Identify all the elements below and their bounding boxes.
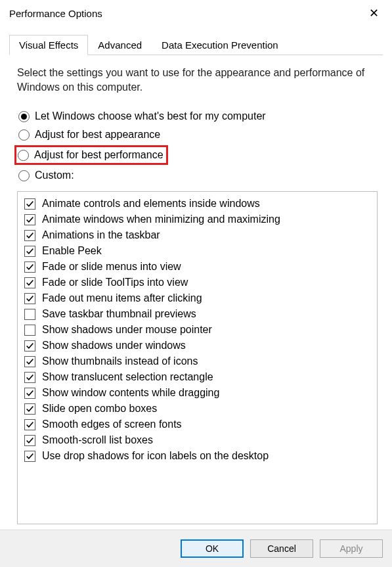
option-row[interactable]: Fade out menu items after clicking: [23, 290, 372, 306]
option-label: Show shadows under windows: [42, 340, 186, 352]
checkbox-icon: [24, 340, 35, 352]
option-row[interactable]: Save taskbar thumbnail previews: [23, 306, 372, 322]
radio-custom[interactable]: Custom:: [17, 166, 378, 185]
apply-button: Apply: [320, 539, 383, 558]
cancel-button[interactable]: Cancel: [250, 539, 313, 558]
radio-best-performance-wrapper: Adjust for best performance: [17, 144, 378, 166]
checkbox-icon: [24, 214, 35, 225]
option-row[interactable]: Smooth edges of screen fonts: [23, 417, 372, 432]
checkbox-icon: [24, 435, 35, 446]
tab-dep[interactable]: Data Execution Prevention: [152, 35, 288, 55]
radio-let-windows-choose[interactable]: Let Windows choose what's best for my co…: [17, 107, 378, 125]
option-row[interactable]: Show thumbnails instead of icons: [23, 353, 372, 369]
option-row[interactable]: Show window contents while dragging: [23, 385, 372, 401]
tab-row: Visual Effects Advanced Data Execution P…: [9, 34, 383, 55]
radio-label: Custom:: [35, 170, 74, 181]
option-label: Smooth-scroll list boxes: [42, 434, 153, 446]
close-button[interactable]: ✕: [362, 3, 385, 23]
option-row[interactable]: Animate windows when minimizing and maxi…: [23, 212, 372, 227]
tab-advanced[interactable]: Advanced: [88, 35, 152, 55]
titlebar: Performance Options ✕: [0, 0, 392, 26]
option-label: Animate controls and elements inside win…: [42, 198, 260, 210]
option-label: Show shadows under mouse pointer: [42, 324, 212, 336]
option-label: Fade or slide ToolTips into view: [42, 277, 188, 288]
highlight-box: Adjust for best performance: [14, 145, 168, 165]
tab-content: Select the settings you want to use for …: [0, 55, 392, 530]
checkbox-icon: [24, 230, 35, 241]
option-label: Slide open combo boxes: [42, 403, 157, 415]
checkbox-icon: [24, 388, 35, 399]
option-label: Show window contents while dragging: [42, 387, 219, 399]
option-label: Show translucent selection rectangle: [42, 371, 213, 383]
checkbox-icon: [24, 309, 35, 320]
description-text: Select the settings you want to use for …: [17, 66, 378, 94]
option-row[interactable]: Show shadows under mouse pointer: [23, 322, 372, 338]
option-row[interactable]: Use drop shadows for icon labels on the …: [23, 448, 372, 464]
option-label: Use drop shadows for icon labels on the …: [42, 450, 269, 462]
button-label: OK: [206, 543, 219, 554]
tab-visual-effects[interactable]: Visual Effects: [9, 35, 88, 55]
radio-label: Let Windows choose what's best for my co…: [35, 110, 266, 122]
radio-icon[interactable]: [18, 150, 29, 161]
performance-options-window: Performance Options ✕ Visual Effects Adv…: [0, 0, 392, 567]
dialog-buttons: OK Cancel Apply: [0, 530, 392, 567]
window-title: Performance Options: [9, 8, 102, 19]
option-label: Smooth edges of screen fonts: [42, 419, 182, 430]
option-row[interactable]: Slide open combo boxes: [23, 401, 372, 417]
option-label: Show thumbnails instead of icons: [42, 355, 198, 367]
checkbox-icon: [24, 325, 35, 336]
checkbox-icon: [24, 372, 35, 383]
custom-options-list[interactable]: Animate controls and elements inside win…: [17, 191, 378, 524]
radio-best-appearance[interactable]: Adjust for best appearance: [17, 125, 378, 144]
ok-button[interactable]: OK: [181, 539, 244, 558]
checkbox-icon: [24, 277, 35, 288]
checkbox-icon: [24, 293, 35, 304]
radio-group: Let Windows choose what's best for my co…: [17, 107, 378, 185]
option-label: Animations in the taskbar: [42, 229, 160, 241]
radio-label[interactable]: Adjust for best performance: [34, 149, 163, 161]
option-label: Fade or slide menus into view: [42, 261, 181, 273]
option-row[interactable]: Animations in the taskbar: [23, 227, 372, 243]
checkbox-icon: [24, 451, 35, 462]
checkbox-icon: [24, 403, 35, 415]
option-row[interactable]: Enable Peek: [23, 243, 372, 259]
option-label: Save taskbar thumbnail previews: [42, 308, 196, 320]
checkbox-icon: [24, 356, 35, 367]
checkbox-icon: [24, 419, 35, 430]
button-label: Cancel: [267, 543, 296, 554]
option-row[interactable]: Show shadows under windows: [23, 338, 372, 353]
option-row[interactable]: Smooth-scroll list boxes: [23, 432, 372, 448]
tab-label: Visual Effects: [19, 39, 78, 51]
checkbox-icon: [24, 261, 35, 273]
option-label: Enable Peek: [42, 245, 102, 257]
option-label: Fade out menu items after clicking: [42, 292, 202, 304]
option-row[interactable]: Fade or slide menus into view: [23, 259, 372, 275]
checkbox-icon: [24, 198, 35, 210]
tab-label: Data Execution Prevention: [162, 39, 278, 51]
option-row[interactable]: Fade or slide ToolTips into view: [23, 275, 372, 290]
option-label: Animate windows when minimizing and maxi…: [42, 214, 280, 225]
checkbox-icon: [24, 246, 35, 257]
close-icon: ✕: [369, 6, 379, 20]
radio-label: Adjust for best appearance: [35, 129, 160, 141]
option-row[interactable]: Show translucent selection rectangle: [23, 369, 372, 385]
radio-icon: [18, 129, 30, 141]
tab-label: Advanced: [98, 39, 142, 51]
option-row[interactable]: Animate controls and elements inside win…: [23, 196, 372, 212]
radio-icon: [18, 111, 30, 122]
button-label: Apply: [339, 543, 362, 554]
radio-icon: [18, 170, 30, 181]
